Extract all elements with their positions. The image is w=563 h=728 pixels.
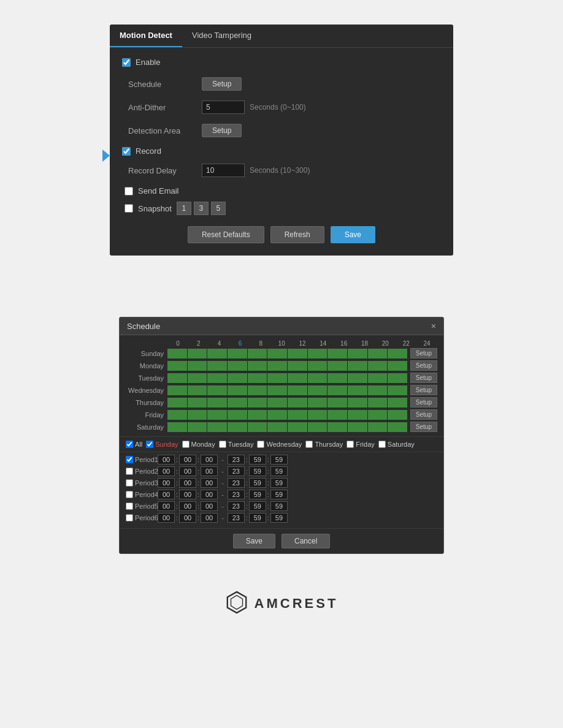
record-delay-input[interactable] (202, 164, 245, 177)
sunday-setup-button[interactable]: Setup (410, 348, 437, 358)
p1-start-m[interactable] (179, 455, 196, 464)
monday-setup-button[interactable]: Setup (410, 360, 437, 371)
period-5-checkbox[interactable] (126, 502, 133, 510)
p4-end-h[interactable] (228, 490, 245, 499)
enable-checkbox[interactable] (122, 58, 131, 67)
close-icon[interactable]: × (431, 321, 436, 331)
day-row-wednesday: Wednesday Setup (126, 385, 437, 395)
anti-dither-input[interactable] (202, 100, 245, 114)
p3-start-m[interactable] (179, 478, 196, 488)
reset-defaults-button[interactable]: Reset Defaults (188, 226, 264, 243)
p3-start-h[interactable] (158, 478, 175, 488)
p2-start-m[interactable] (179, 466, 196, 476)
p2-start-s[interactable] (201, 466, 218, 476)
period-5-time: : : - : : (158, 501, 288, 511)
day-bar-sunday[interactable] (167, 349, 408, 358)
p4-end-m[interactable] (249, 490, 266, 499)
p5-start-h[interactable] (158, 501, 175, 511)
p3-end-m[interactable] (249, 478, 266, 488)
check-saturday-checkbox[interactable] (378, 441, 386, 448)
p4-start-m[interactable] (179, 490, 196, 499)
p3-start-s[interactable] (201, 478, 218, 488)
dialog-save-button[interactable]: Save (233, 534, 275, 548)
p2-end-h[interactable] (228, 466, 245, 476)
detection-area-setup-button[interactable]: Setup (202, 124, 242, 137)
tab-motion-detect[interactable]: Motion Detect (110, 25, 182, 47)
period-3-checkbox[interactable] (126, 479, 133, 487)
wednesday-setup-button[interactable]: Setup (410, 385, 437, 395)
friday-setup-button[interactable]: Setup (410, 409, 437, 420)
refresh-button[interactable]: Refresh (270, 226, 324, 243)
day-bar-monday[interactable] (167, 361, 408, 371)
tuesday-setup-button[interactable]: Setup (410, 373, 437, 383)
schedule-setup-button[interactable]: Setup (202, 77, 242, 91)
day-bar-thursday[interactable] (167, 398, 408, 408)
p6-start-m[interactable] (179, 513, 196, 523)
check-all-label: All (135, 441, 142, 448)
check-tuesday: Tuesday (219, 441, 254, 448)
period-1-checkbox[interactable] (126, 456, 133, 463)
dialog-cancel-button[interactable]: Cancel (282, 534, 330, 548)
snapshot-num-3[interactable]: 3 (194, 202, 209, 215)
p1-start-h[interactable] (158, 455, 175, 464)
p5-end-m[interactable] (249, 501, 266, 511)
time-label-24: 24 (416, 340, 437, 347)
motion-detect-panel: Motion Detect Video Tampering Enable Sch… (110, 25, 453, 256)
day-bar-saturday[interactable] (167, 422, 408, 432)
p3-end-s[interactable] (270, 478, 288, 488)
day-bar-wednesday[interactable] (167, 385, 408, 395)
snapshot-num-5[interactable]: 5 (211, 202, 226, 215)
p2-end-m[interactable] (249, 466, 266, 476)
p2-start-h[interactable] (158, 466, 175, 476)
p6-end-h[interactable] (228, 513, 245, 523)
amcrest-logo: AMCREST (225, 591, 339, 616)
thursday-setup-button[interactable]: Setup (410, 397, 437, 408)
grid-lines-friday (167, 410, 408, 420)
p5-end-s[interactable] (270, 501, 288, 511)
p3-end-h[interactable] (228, 478, 245, 488)
day-bar-friday[interactable] (167, 410, 408, 420)
period-2-checkbox[interactable] (126, 468, 133, 475)
record-delay-row: Record Delay Seconds (10~300) (128, 162, 441, 179)
p5-start-m[interactable] (179, 501, 196, 511)
check-thursday-label: Thursday (315, 441, 343, 448)
day-row-tuesday: Tuesday Setup (126, 373, 437, 383)
tab-video-tampering[interactable]: Video Tampering (182, 25, 261, 47)
check-sunday-checkbox[interactable] (146, 441, 153, 448)
snapshot-checkbox[interactable] (124, 204, 133, 213)
time-label-10: 10 (271, 340, 292, 347)
period-4-label: Period4 (126, 491, 158, 498)
day-label-saturday: Saturday (126, 423, 167, 431)
p6-start-s[interactable] (201, 513, 218, 523)
check-monday-checkbox[interactable] (182, 441, 190, 448)
p4-end-s[interactable] (270, 490, 288, 499)
p1-start-s[interactable] (201, 455, 218, 464)
p4-start-s[interactable] (201, 490, 218, 499)
p6-end-m[interactable] (249, 513, 266, 523)
p5-start-s[interactable] (201, 501, 218, 511)
period-4-checkbox[interactable] (126, 491, 133, 498)
save-button[interactable]: Save (331, 226, 375, 243)
saturday-setup-button[interactable]: Setup (410, 422, 437, 432)
check-all-checkbox[interactable] (126, 441, 133, 448)
check-wednesday-checkbox[interactable] (257, 441, 264, 448)
schedule-grid-area: 0 2 4 6 8 10 12 14 16 18 20 22 24 Sunday (120, 335, 443, 436)
p6-end-s[interactable] (270, 513, 288, 523)
anti-dither-row: Anti-Dither Seconds (0~100) (128, 99, 441, 116)
p2-end-s[interactable] (270, 466, 288, 476)
p5-end-h[interactable] (228, 501, 245, 511)
period-6-checkbox[interactable] (126, 514, 133, 521)
p4-start-h[interactable] (158, 490, 175, 499)
grid-lines-monday (167, 361, 408, 371)
check-thursday-checkbox[interactable] (305, 441, 313, 448)
snapshot-num-1[interactable]: 1 (177, 202, 191, 215)
p1-end-m[interactable] (249, 455, 266, 464)
p1-end-s[interactable] (270, 455, 288, 464)
send-email-checkbox[interactable] (124, 187, 133, 195)
day-bar-tuesday[interactable] (167, 373, 408, 383)
record-checkbox[interactable] (122, 147, 131, 156)
p6-start-h[interactable] (158, 513, 175, 523)
check-friday-checkbox[interactable] (347, 441, 354, 448)
check-tuesday-checkbox[interactable] (219, 441, 226, 448)
p1-end-h[interactable] (228, 455, 245, 464)
